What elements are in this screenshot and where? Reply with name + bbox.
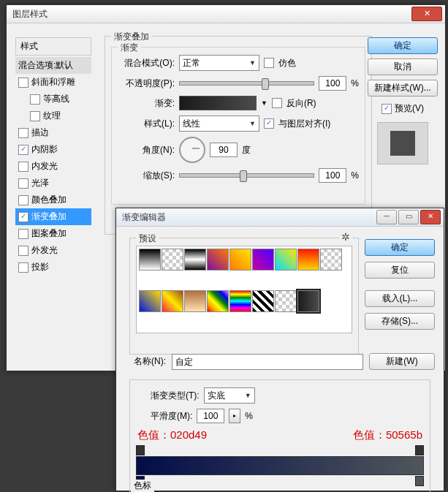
style-label: 样式(L): <box>118 118 175 130</box>
style-list: 样式 混合选项:默认 斜面和浮雕 等高线 纹理 描边 内阴影 内发光 光泽 颜色… <box>15 37 91 276</box>
name-row: 名称(N): 自定 新建(W) <box>125 353 435 370</box>
style-color-overlay[interactable]: 颜色叠加 <box>15 192 91 208</box>
preset-swatch[interactable] <box>207 290 229 312</box>
smooth-dropdown-icon[interactable]: ▸ <box>229 409 240 423</box>
gradient-bar[interactable] <box>136 456 424 475</box>
smooth-unit: % <box>245 411 253 421</box>
styles-header[interactable]: 样式 <box>15 37 91 56</box>
scale-slider[interactable] <box>179 173 314 178</box>
grad-type-label: 渐变类型(T): <box>151 390 200 402</box>
maximize-button[interactable]: ▭ <box>398 210 419 224</box>
load-button[interactable]: 载入(L)... <box>365 290 435 307</box>
style-inner-glow[interactable]: 内发光 <box>15 158 91 175</box>
color-right-annotation: 色值：50565b <box>353 428 422 442</box>
gradient-editor-title: 渐变编辑器 <box>122 212 166 222</box>
preview-label: 预览(V) <box>395 102 424 115</box>
preview-checkbox[interactable] <box>381 104 392 114</box>
preset-swatch[interactable] <box>252 249 274 270</box>
smooth-value[interactable]: 100 <box>197 409 224 423</box>
angle-value[interactable]: 90 <box>210 143 238 157</box>
dialog-title: 图层样式 <box>12 9 48 19</box>
ok-button[interactable]: 确定 <box>368 37 438 54</box>
style-drop-shadow[interactable]: 投影 <box>15 259 91 276</box>
preview-swatch <box>390 131 415 156</box>
editor-close-button[interactable]: ✕ <box>420 210 441 224</box>
opacity-slider[interactable] <box>179 81 314 86</box>
preset-swatch[interactable] <box>162 290 183 312</box>
blend-mode-label: 混合模式(O): <box>118 57 175 69</box>
gradient-picker[interactable] <box>179 96 257 110</box>
name-label: 名称(N): <box>125 355 166 368</box>
dither-label: 仿色 <box>278 57 296 69</box>
editor-ok-button[interactable]: 确定 <box>365 239 435 256</box>
gradient-editor-titlebar[interactable]: 渐变编辑器 ─ ▭ ✕ <box>116 208 444 227</box>
editor-button-column: 确定 复位 载入(L)... 存储(S)... <box>365 239 435 330</box>
preset-swatch[interactable] <box>297 249 319 270</box>
preset-swatch[interactable] <box>320 249 342 270</box>
editor-reset-button[interactable]: 复位 <box>365 262 435 279</box>
gradient-editor-dialog: 渐变编辑器 ─ ▭ ✕ 预设 ✲ 确定 复位 载入(L)... 存储( <box>115 208 444 491</box>
style-outer-glow[interactable]: 外发光 <box>15 242 91 259</box>
preset-swatch[interactable] <box>297 290 319 312</box>
stops-group-label: 色标 <box>131 480 154 492</box>
opacity-unit: % <box>351 78 359 88</box>
scale-unit: % <box>351 170 359 181</box>
presets-title: 预设 <box>136 232 159 245</box>
preset-swatch[interactable] <box>162 249 183 270</box>
style-texture[interactable]: 纹理 <box>15 107 91 124</box>
blend-options-default[interactable]: 混合选项:默认 <box>15 57 91 74</box>
opacity-label: 不透明度(P): <box>118 77 175 90</box>
dither-checkbox[interactable] <box>264 58 274 68</box>
name-input[interactable]: 自定 <box>172 354 363 370</box>
style-inner-shadow[interactable]: 内阴影 <box>15 141 91 158</box>
blend-mode-combo[interactable]: 正常▼ <box>179 55 259 71</box>
preset-swatch[interactable] <box>139 249 161 270</box>
gradient-type-group: 渐变类型(T): 实底▼ 平滑度(M): 100 ▸ % 色值：020d49 色… <box>129 379 430 492</box>
style-gradient-overlay[interactable]: 渐变叠加 <box>15 208 91 225</box>
angle-wheel[interactable] <box>179 137 205 163</box>
new-style-button[interactable]: 新建样式(W)... <box>368 80 438 96</box>
preset-swatch[interactable] <box>252 290 274 312</box>
style-satin[interactable]: 光泽 <box>15 175 91 192</box>
new-button[interactable]: 新建(W) <box>369 353 435 370</box>
color-left-annotation: 色值：020d49 <box>137 428 207 442</box>
angle-unit: 度 <box>242 144 251 156</box>
cancel-button[interactable]: 取消 <box>368 58 438 75</box>
color-stop-right[interactable] <box>415 476 424 486</box>
opacity-stop-right[interactable] <box>415 445 424 455</box>
minimize-button[interactable]: ─ <box>376 210 397 224</box>
subgroup-title: 渐变 <box>118 42 141 54</box>
reverse-checkbox[interactable] <box>272 98 282 108</box>
close-button[interactable]: ✕ <box>411 7 442 21</box>
align-checkbox[interactable] <box>264 118 274 129</box>
gear-icon[interactable]: ✲ <box>339 231 352 243</box>
preset-swatch[interactable] <box>229 290 251 312</box>
grad-type-combo[interactable]: 实底▼ <box>204 387 255 404</box>
layer-style-titlebar[interactable]: 图层样式 ✕ <box>7 5 445 23</box>
style-stroke[interactable]: 描边 <box>15 124 91 141</box>
opacity-stop-left[interactable] <box>136 445 145 455</box>
preset-swatch[interactable] <box>275 290 297 312</box>
save-button[interactable]: 存储(S)... <box>365 313 435 330</box>
gradient-label: 渐变: <box>118 97 175 110</box>
scale-value[interactable]: 100 <box>319 168 346 183</box>
style-bevel[interactable]: 斜面和浮雕 <box>15 74 91 91</box>
preset-swatch[interactable] <box>139 290 161 312</box>
preset-swatch[interactable] <box>275 249 297 270</box>
smooth-label: 平滑度(M): <box>151 410 192 423</box>
presets-group: 预设 ✲ <box>129 238 359 355</box>
reverse-label: 反向(R) <box>286 97 316 110</box>
preset-swatch[interactable] <box>184 290 206 312</box>
preset-swatch[interactable] <box>207 249 229 270</box>
style-combo[interactable]: 线性▼ <box>179 116 259 132</box>
style-pattern-overlay[interactable]: 图案叠加 <box>15 225 91 242</box>
gradient-overlay-group: 渐变叠加 渐变 混合模式(O): 正常▼ 仿色 不透明度(P): 100 % 渐… <box>105 36 372 235</box>
preset-grid[interactable] <box>136 246 352 333</box>
preset-swatch[interactable] <box>184 249 206 270</box>
style-contour[interactable]: 等高线 <box>15 91 91 107</box>
preview-swatch-frame <box>377 122 428 164</box>
preset-swatch[interactable] <box>229 249 251 270</box>
align-label: 与图层对齐(I) <box>278 118 330 130</box>
gradient-subgroup: 渐变 混合模式(O): 正常▼ 仿色 不透明度(P): 100 % 渐变: ▼ … <box>111 47 365 205</box>
opacity-value[interactable]: 100 <box>319 76 346 91</box>
